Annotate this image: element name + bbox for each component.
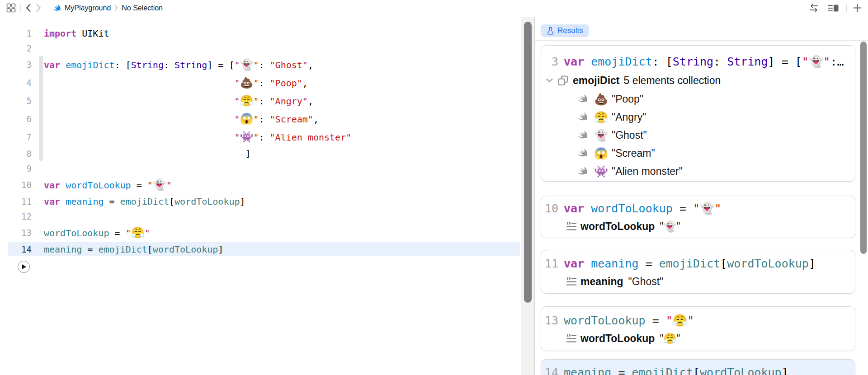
code-token: 👾 [240,131,253,143]
results-scrollbar-thumb[interactable] [860,42,867,254]
swap-arrows-icon[interactable] [808,3,820,14]
code-line[interactable]: 10var wordToLookup = "👻" [0,176,521,194]
editor-scrollbar-thumb[interactable] [524,22,532,303]
editor-scrollbar[interactable] [521,17,535,375]
code-token: : [259,96,269,107]
code-token: "Scream" [270,114,313,125]
code-token: " [147,180,153,191]
code-line[interactable]: 4 "💩": "Poop", [0,74,521,92]
code-line[interactable]: 1import UIKit [0,26,521,41]
result-code: meaning = emojiDict[wordToLookup] [564,366,788,375]
code-text: import UIKit [32,28,109,39]
code-token: var [44,180,60,191]
code-token: " [802,55,809,68]
breadcrumb: MyPlayground No Selection [52,3,163,14]
results-tab[interactable]: Results [541,24,589,37]
result-line-number: 10 [541,202,558,215]
code-token: : [259,132,269,143]
code-token: wordToLookup [66,180,131,191]
forward-icon[interactable] [36,3,42,14]
breadcrumb-separator-icon [114,5,118,11]
code-token: " [126,228,131,239]
line-number: 9 [0,164,32,173]
code-line[interactable]: 2 [0,41,521,56]
run-playground-button[interactable] [18,261,30,273]
code-token: "Alien monster" [270,132,352,143]
dictionary-entry-row: 👻"Ghost" [541,126,855,144]
code-token: 👻 [809,55,823,68]
variable-value: "👻" [660,220,680,233]
code-token: , [308,60,313,70]
code-token: " [234,96,240,107]
code-token: = [131,180,147,191]
code-line[interactable]: 5 "😤": "Angry", [0,92,521,110]
code-token [44,78,234,89]
line-number: 13 [0,228,32,238]
code-line[interactable]: 9 [0,161,521,176]
result-card-meaning-2: 14meaning = emojiDict[wordToLookup] [541,359,855,375]
value-row: wordToLookup "👻" [541,217,855,236]
result-card-meaning: 11var meaning = emojiDict[wordToLookup] … [541,250,855,294]
code-token: meaning [44,244,82,255]
code-line[interactable]: 8 ] [0,146,521,161]
code-line[interactable]: 7 "👾": "Alien monster" [0,128,521,146]
result-code: var wordToLookup = "👻" [564,202,722,216]
code-token: " [253,78,259,89]
dictionary-entry-row: 👾"Alien monster" [541,162,855,180]
code-token: "Angry" [270,96,308,107]
dictionary-entry-row: 😤"Angry" [541,108,855,126]
code-token: 👻 [240,58,254,70]
breadcrumb-project[interactable]: MyPlayground [65,4,111,12]
code-token: = [104,196,120,207]
code-lines: 1import UIKit23var emojiDict: [String: S… [0,26,521,257]
entry-value: "Scream" [612,147,655,159]
code-token: : [ [115,60,131,70]
editor-options-icon[interactable] [828,3,839,14]
entry-emoji: 😤 [594,111,608,124]
result-code: wordToLookup = "😤" [564,314,694,328]
code-token: import [44,28,76,39]
code-text: "💩": "Poop", [32,76,308,89]
code-token: = [109,228,126,239]
entry-emoji: 💩 [594,93,608,106]
entry-value: "Ghost" [612,129,647,141]
code-token: 😱 [240,112,253,125]
code-token [584,55,591,68]
collection-name: emojiDict [573,75,620,87]
collection-icon [558,75,568,86]
code-token: , [308,96,313,107]
result-code-line: 3 var emojiDict: [String: String] = ["👻"… [541,52,855,71]
code-token: " [234,60,240,70]
dictionary-entry-row: 💩"Poop" [541,90,855,108]
breadcrumb-selection[interactable]: No Selection [122,4,163,12]
result-line-number: 3 [541,55,558,68]
code-line[interactable]: 13wordToLookup = "😤" [0,224,521,242]
code-line[interactable]: 6 "😱": "Scream", [0,110,521,128]
code-token: wordToLookup [700,366,782,375]
code-token: [ [693,366,700,375]
code-token: emojiDict [659,257,720,270]
code-token: : [713,55,727,68]
code-token: ] = [ [768,55,802,68]
code-token: " [666,314,673,327]
code-token [44,96,234,107]
chevron-down-icon[interactable] [546,77,553,84]
add-editor-icon[interactable] [853,3,862,14]
code-editor[interactable]: 1import UIKit23var emojiDict: [String: S… [0,17,521,375]
code-line[interactable]: 11var meaning = emojiDict[wordToLookup] [0,194,521,209]
code-text: ] [32,148,251,159]
code-line[interactable]: 14meaning = emojiDict[wordToLookup] [0,242,521,257]
results-tab-label: Results [557,26,583,35]
code-token: 😤 [673,314,687,327]
result-line-number: 11 [541,257,558,270]
code-text: wordToLookup = "😤" [32,226,150,239]
editor-grid-icon[interactable] [6,3,16,14]
entry-emoji: 👻 [594,129,608,142]
back-icon[interactable] [25,3,31,14]
code-line[interactable]: 3var emojiDict: [String: String] = ["👻":… [0,56,521,74]
line-number: 1 [0,28,32,38]
value-row: wordToLookup "😤" [541,329,855,348]
code-token: : [259,60,270,70]
code-token: meaning [564,366,611,375]
code-line[interactable]: 12 [0,209,521,224]
